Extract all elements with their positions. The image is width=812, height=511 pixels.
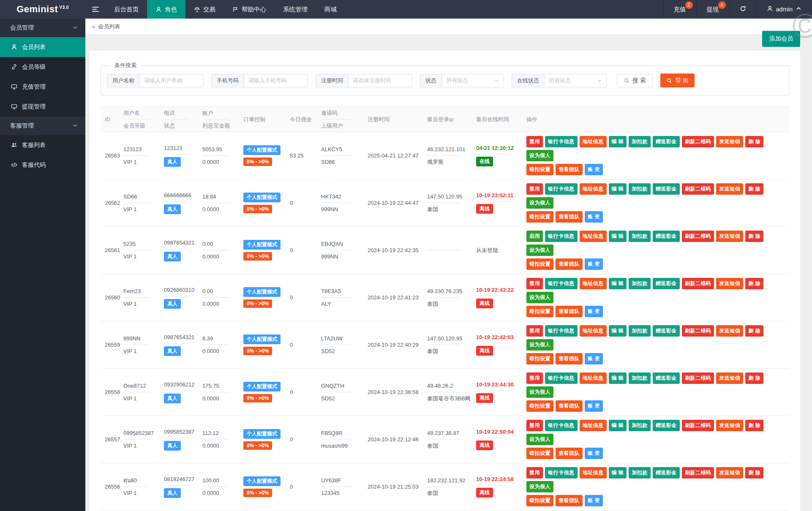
address-info-button[interactable]: 地址信息 [580,372,607,384]
order-rate-badge[interactable]: 0% - >0% [243,489,272,497]
disable-button[interactable]: 禁用 [526,278,543,289]
refresh-qrcode-button[interactable]: 刷新二维码 [682,231,714,242]
gift-bonus-button[interactable]: 赠送彩金 [653,278,680,289]
sidebar-group-2[interactable]: 客服管理 [0,117,85,135]
disable-button[interactable]: 禁用 [526,325,543,337]
sidebar-item-1-1[interactable]: 会员列表 [0,37,85,57]
sidebar-item-1-3[interactable]: 充值管理 [0,77,85,97]
order-rate-badge[interactable]: 0% - >0% [243,441,272,450]
disable-button[interactable]: 禁用 [526,183,543,195]
disable-button[interactable]: 禁用 [526,136,543,147]
add-deduction-button[interactable]: 加扣款 [629,420,651,431]
search-input-3[interactable] [348,74,412,87]
nav-item-3[interactable]: 交易 [185,0,224,19]
order-rate-badge[interactable]: 0% - >0% [243,299,272,308]
set-fake-user-button[interactable]: 设为假人 [526,386,553,398]
view-team-button[interactable]: 查看团队 [556,306,583,317]
view-team-button[interactable]: 查看团队 [556,400,583,412]
nav-item-4[interactable]: 帮助中心 [224,0,275,19]
set-fake-user-button[interactable]: 设为假人 [526,339,553,351]
gift-bonus-button[interactable]: 赠送彩金 [653,420,680,431]
delete-button[interactable]: 删 除 [745,136,763,147]
withdraw-nav-button[interactable]: 提现 4 [696,0,729,19]
add-deduction-button[interactable]: 加扣款 [629,325,651,337]
address-info-button[interactable]: 地址信息 [580,183,607,195]
add-deduction-button[interactable]: 加扣款 [629,231,651,242]
address-info-button[interactable]: 地址信息 [580,420,607,431]
gift-bonus-button[interactable]: 赠送彩金 [653,183,680,195]
delete-button[interactable]: 删 除 [745,467,763,478]
send-sms-button[interactable]: 发送短信 [716,136,743,147]
send-sms-button[interactable]: 发送短信 [716,372,743,384]
gift-bonus-button[interactable]: 赠送彩金 [653,136,680,147]
account-change-button[interactable]: 账 变 [585,164,603,175]
account-change-button[interactable]: 账 变 [585,306,603,317]
account-change-button[interactable]: 账 变 [585,353,603,364]
bank-card-info-button[interactable]: 银行卡信息 [545,183,578,195]
menu-toggle-button[interactable] [85,0,106,19]
order-rate-badge[interactable]: 0% - >0% [243,394,272,402]
order-mode-badge[interactable]: 个人配置模式 [243,382,281,391]
enable-button[interactable]: 启用 [526,231,543,242]
refresh-qrcode-button[interactable]: 刷新二维码 [682,372,714,384]
gift-bonus-button[interactable]: 赠送彩金 [653,467,680,478]
bank-card-info-button[interactable]: 银行卡信息 [545,231,578,242]
add-deduction-button[interactable]: 加扣款 [629,136,651,147]
hidden-deduction-settings-button[interactable]: 暗扣设置 [526,353,553,364]
send-sms-button[interactable]: 发送短信 [716,467,743,478]
delete-button[interactable]: 删 除 [745,372,763,384]
bank-card-info-button[interactable]: 银行卡信息 [545,372,578,384]
sidebar-item-2-2[interactable]: 客服代码 [0,155,85,175]
view-team-button[interactable]: 查看团队 [556,211,583,223]
address-info-button[interactable]: 地址信息 [580,136,607,147]
delete-button[interactable]: 删 除 [745,183,763,195]
bank-card-info-button[interactable]: 银行卡信息 [545,420,578,431]
send-sms-button[interactable]: 发送短信 [716,325,743,337]
nav-item-1[interactable]: 后台首页 [106,0,147,19]
send-sms-button[interactable]: 发送短信 [716,278,743,289]
add-deduction-button[interactable]: 加扣款 [629,278,651,289]
nav-item-6[interactable]: 商城 [316,0,345,19]
send-sms-button[interactable]: 发送短信 [716,183,743,195]
hidden-deduction-settings-button[interactable]: 暗扣设置 [526,448,553,459]
order-rate-badge[interactable]: 0% - >0% [243,252,272,261]
sidebar-item-1-4[interactable]: 提现管理 [0,97,85,117]
bank-card-info-button[interactable]: 银行卡信息 [545,325,578,337]
disable-button[interactable]: 禁用 [526,420,543,431]
send-sms-button[interactable]: 发送短信 [716,231,743,242]
add-member-button[interactable]: 添加会员 [762,31,800,47]
gift-bonus-button[interactable]: 赠送彩金 [653,231,680,242]
sidebar-item-2-1[interactable]: 客服列表 [0,135,85,155]
hidden-deduction-settings-button[interactable]: 暗扣设置 [526,211,553,223]
address-info-button[interactable]: 地址信息 [580,325,607,337]
refresh-qrcode-button[interactable]: 刷新二维码 [682,420,714,431]
search-input-2[interactable] [244,74,308,87]
refresh-qrcode-button[interactable]: 刷新二维码 [682,325,714,337]
refresh-qrcode-button[interactable]: 刷新二维码 [682,278,714,289]
gift-bonus-button[interactable]: 赠送彩金 [653,325,680,337]
order-mode-badge[interactable]: 个人配置模式 [243,476,281,486]
recharge-nav-button[interactable]: 充值 2 [663,0,696,19]
gift-bonus-button[interactable]: 赠送彩金 [653,372,680,384]
order-mode-badge[interactable]: 个人配置模式 [243,193,281,202]
set-fake-user-button[interactable]: 设为假人 [526,245,553,256]
disable-button[interactable]: 禁用 [526,467,543,478]
edit-button[interactable]: 编 辑 [609,136,627,147]
add-deduction-button[interactable]: 加扣款 [629,183,651,195]
refresh-qrcode-button[interactable]: 刷新二维码 [682,467,714,478]
edit-button[interactable]: 编 辑 [609,420,627,431]
order-mode-badge[interactable]: 个人配置模式 [243,334,281,344]
sidebar-item-1-2[interactable]: 会员等级 [0,57,85,77]
order-mode-badge[interactable]: 个人配置模式 [243,145,281,155]
sidebar-group-1[interactable]: 会员管理 [0,19,85,37]
account-change-button[interactable]: 账 变 [585,258,603,270]
order-rate-badge[interactable]: 0% - >0% [243,347,272,355]
add-deduction-button[interactable]: 加扣款 [629,372,651,384]
search-select-4[interactable]: 所有状态 [441,74,504,87]
user-menu[interactable]: admin [756,0,812,19]
order-mode-badge[interactable]: 个人配置模式 [243,429,281,439]
edit-button[interactable]: 编 辑 [609,325,627,337]
bank-card-info-button[interactable]: 银行卡信息 [545,467,578,478]
address-info-button[interactable]: 地址信息 [580,278,607,289]
order-rate-badge[interactable]: 0% - >0% [243,205,272,213]
